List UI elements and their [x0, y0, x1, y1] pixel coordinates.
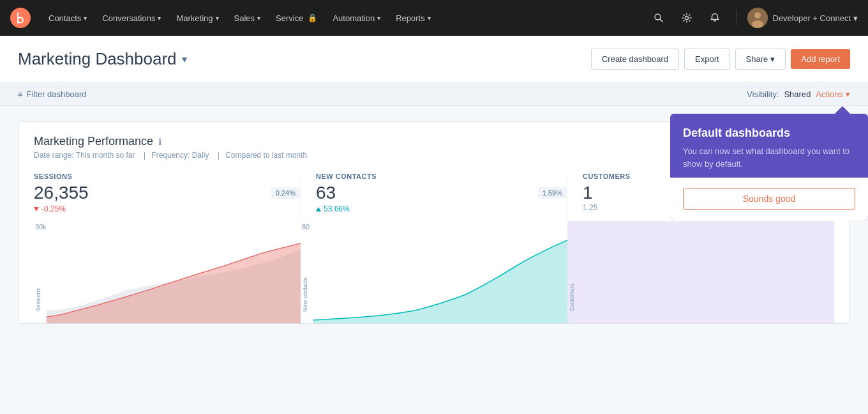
- create-dashboard-button[interactable]: Create dashboard: [591, 49, 679, 70]
- filter-icon: ≡: [18, 89, 23, 99]
- metric-change-contacts: 53.66%: [316, 204, 567, 213]
- trend-up-icon: [316, 207, 321, 211]
- add-report-button[interactable]: Add report: [791, 49, 850, 69]
- nav-item-marketing[interactable]: Marketing ▾: [168, 0, 226, 36]
- chevron-down-icon: ▾: [84, 15, 87, 22]
- svg-point-5: [754, 12, 761, 19]
- svg-point-3: [685, 17, 688, 20]
- chevron-down-icon: ▾: [428, 15, 431, 22]
- title-wrap: Marketing Dashboard ▾: [18, 49, 187, 69]
- actions-button[interactable]: Actions ▾: [816, 89, 850, 99]
- nav-item-sales[interactable]: Sales ▾: [227, 0, 269, 36]
- chevron-down-icon: ▾: [853, 13, 858, 23]
- nav-item-service[interactable]: Service 🔒: [268, 0, 325, 36]
- top-navigation: Contacts ▾ Conversations ▾ Marketing ▾ S…: [0, 0, 868, 36]
- chart-new-contacts: 80 New contacts: [301, 221, 567, 323]
- nav-item-conversations[interactable]: Conversations ▾: [94, 0, 168, 36]
- metric-change-sessions: -0.25%: [34, 204, 300, 213]
- filter-bar: ≡ Filter dashboard Visibility: Shared Ac…: [0, 83, 868, 106]
- popup-title: Default dashboards: [683, 126, 855, 140]
- y-label-sessions: Sessions: [35, 288, 41, 312]
- hubspot-logo[interactable]: [10, 8, 31, 28]
- svg-line-2: [659, 19, 662, 22]
- page-header: Marketing Dashboard ▾ Create dashboard E…: [0, 36, 868, 83]
- nav-item-reports[interactable]: Reports ▾: [388, 0, 438, 36]
- chevron-down-icon: ▾: [846, 89, 850, 99]
- filter-dashboard-button[interactable]: ≡ Filter dashboard: [18, 89, 87, 99]
- metric-value-row: 26,355 0.24%: [34, 183, 300, 203]
- settings-button[interactable]: [675, 6, 698, 29]
- nav-divider: [737, 10, 737, 26]
- metric-new-contacts: NEW CONTACTS 63 1.59% 53.66%: [301, 172, 567, 221]
- y-label-contacts: New contacts: [302, 277, 308, 312]
- popup-header: Default dashboards You can now set what …: [670, 114, 868, 178]
- page-title-chevron[interactable]: ▾: [182, 53, 187, 65]
- lock-icon: 🔒: [308, 13, 317, 22]
- info-icon[interactable]: ℹ: [158, 137, 161, 147]
- main-content: Marketing Performance ℹ Date range: This…: [0, 106, 868, 339]
- y-label-customers: Customers: [569, 284, 575, 312]
- y-axis-label-top: 80: [302, 224, 310, 231]
- svg-point-6: [752, 20, 763, 28]
- nav-items: Contacts ▾ Conversations ▾ Marketing ▾ S…: [41, 0, 647, 36]
- popup-card: Default dashboards You can now set what …: [670, 114, 868, 220]
- notifications-button[interactable]: [703, 6, 726, 29]
- metric-value-row: 63 1.59%: [316, 183, 567, 203]
- widget-title: Marketing Performance: [34, 135, 153, 148]
- chevron-down-icon: ▾: [257, 15, 260, 22]
- chevron-down-icon: ▾: [216, 15, 219, 22]
- popup-arrow: [835, 106, 850, 114]
- search-button[interactable]: [647, 6, 670, 29]
- popup-footer: Sounds good: [670, 178, 868, 220]
- nav-item-contacts[interactable]: Contacts ▾: [41, 0, 94, 36]
- popup-description: You can now set what dashboard you want …: [683, 145, 855, 170]
- chart-sessions: 30k Sessions: [34, 221, 301, 323]
- share-button[interactable]: Share ▾: [735, 49, 786, 70]
- chevron-down-icon: ▾: [377, 15, 380, 22]
- svg-rect-7: [567, 221, 834, 323]
- nav-right: Developer + Connect ▾: [647, 6, 858, 29]
- trend-down-icon: [34, 207, 39, 211]
- default-dashboards-popup: Default dashboards You can now set what …: [670, 106, 868, 220]
- export-button[interactable]: Export: [684, 49, 730, 70]
- chevron-down-icon: ▾: [770, 54, 775, 64]
- y-axis-label-top: 30k: [35, 224, 47, 231]
- charts-row: 30k Sessions 80 New contacts: [34, 221, 834, 323]
- metric-sessions: SESSIONS 26,355 0.24% -0.25%: [34, 172, 301, 221]
- chart-customers: Customers: [567, 221, 834, 323]
- sounds-good-button[interactable]: Sounds good: [683, 188, 855, 210]
- page-title: Marketing Dashboard: [18, 49, 177, 69]
- chevron-down-icon: ▾: [158, 15, 161, 22]
- filter-right: Visibility: Shared Actions ▾: [747, 89, 850, 99]
- avatar[interactable]: [747, 8, 768, 28]
- header-actions: Create dashboard Export Share ▾ Add repo…: [591, 49, 850, 70]
- nav-item-automation[interactable]: Automation ▾: [325, 0, 388, 36]
- user-menu[interactable]: Developer + Connect ▾: [773, 13, 858, 23]
